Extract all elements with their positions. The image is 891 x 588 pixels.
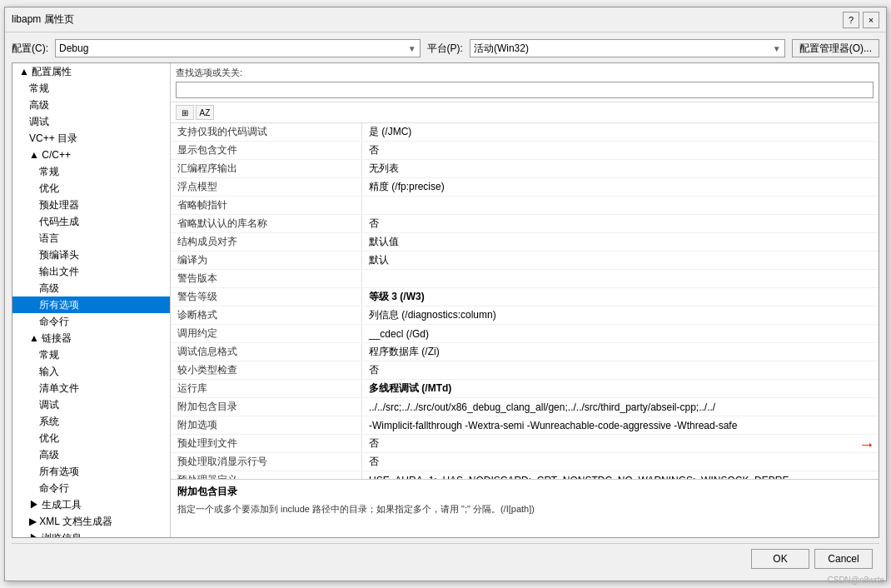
search-input[interactable] [176,82,874,98]
table-row[interactable]: 附加选项-Wimplicit-fallthrough -Wextra-semi … [171,416,879,435]
sidebar-item-lnk-debug[interactable]: 调试 [12,396,170,413]
table-row[interactable]: 警告版本 [171,270,879,288]
sidebar-item-config-props[interactable]: ▲ 配置属性 [12,63,170,80]
table-row[interactable]: 显示包含文件否 [171,142,879,160]
sidebar-item-lnk-general[interactable]: 常规 [12,346,170,363]
sidebar-item-linker[interactable]: ▲ 链接器 [12,330,170,346]
table-row[interactable]: 诊断格式列信息 (/diagnostics:column) [171,306,879,325]
platform-dropdown[interactable]: 活动(Win32) ▼ [470,39,785,57]
prop-value-7: 默认 [362,252,879,269]
sidebar-item-cpp-advanced[interactable]: 高级 [12,280,170,296]
prop-value-13: 否 [362,361,879,379]
title-buttons: ? × [843,12,879,28]
prop-value-18: 否 [362,453,879,471]
sidebar-item-general[interactable]: 常规 [12,80,170,97]
sidebar-item-cpp-all[interactable]: 所有选项 [12,296,170,313]
sidebar-item-cpp-preproc[interactable]: 预处理器 [12,197,170,213]
prop-name-9: 警告等级 [171,288,362,306]
table-row[interactable]: 预处理取消显示行号否 [171,453,879,471]
table-row[interactable]: 支持仅我的代码调试是 (/JMC) [171,123,879,142]
prop-name-14: 运行库 [171,380,362,397]
title-bar: libapm 属性页 ? × [5,7,886,32]
table-row[interactable]: 较小类型检查否 [171,361,879,380]
sidebar-item-lnk-advanced[interactable]: 高级 [12,446,170,463]
sidebar-item-lnk-input[interactable]: 输入 [12,363,170,380]
prop-value-4 [362,204,879,207]
prop-value-0: 是 (/JMC) [362,123,879,141]
prop-name-15: 附加包含目录 [171,398,362,416]
search-bar: 查找选项或关关: [171,63,879,102]
prop-name-2: 汇编程序输出 [171,160,362,177]
sidebar-item-browse[interactable]: ▶ 浏览信息 [12,530,170,537]
platform-arrow-icon: ▼ [773,44,781,53]
table-row[interactable]: 调用约定__cdecl (/Gd) [171,325,879,343]
table-row[interactable]: 运行库多线程调试 (/MTd) [171,380,879,398]
info-desc: 指定一个或多个要添加到 include 路径中的目录；如果指定多个，请用 ";"… [177,502,872,516]
table-row[interactable]: 汇编程序输出无列表 [171,160,879,178]
watermark: CSDN@n8wrte [827,576,884,585]
sidebar-item-lnk-cmd[interactable]: 命令行 [12,480,170,496]
sidebar-item-debug[interactable]: 调试 [12,113,170,130]
sidebar-item-xml-gen[interactable]: ▶ XML 文档生成器 [12,513,170,530]
sidebar-items: ▲ 配置属性常规高级调试VC++ 目录▲ C/C++常规优化预处理器代码生成语言… [12,63,170,537]
az-icon[interactable]: AZ [196,105,214,120]
sidebar-item-vcpp[interactable]: VC++ 目录 [12,130,170,147]
table-row[interactable]: 浮点模型精度 (/fp:precise) [171,178,879,197]
table-row[interactable]: 预处理到文件否→ [171,435,879,453]
prop-value-17: 否 [362,435,879,452]
table-row[interactable]: 调试信息格式程序数据库 (/Zi) [171,343,879,361]
cancel-button[interactable]: Cancel [814,549,873,569]
table-row[interactable]: 警告等级等级 3 (/W3) [171,288,879,306]
sidebar-item-cpp-lang[interactable]: 语言 [12,230,170,247]
prop-name-19: 预处理器定义 [171,471,362,479]
main-window: libapm 属性页 ? × 配置(C): Debug ▼ 平台(P): 活动(… [4,7,887,581]
sidebar-item-lnk-system[interactable]: 系统 [12,413,170,430]
table-row[interactable]: 预处理器定义USE_AURA=1;_HAS_NODISCARD;_CRT_NON… [171,471,879,479]
prop-value-9: 等级 3 (/W3) [362,288,879,306]
table-row[interactable]: 省略默认认的库名称否 [171,215,879,233]
toolbar-icons: ⊞ AZ [171,102,879,123]
prop-name-3: 浮点模型 [171,178,362,196]
properties-table: 支持仅我的代码调试是 (/JMC)显示包含文件否汇编程序输出无列表浮点模型精度 … [171,123,879,479]
sidebar-item-cpp-cmd[interactable]: 命令行 [12,313,170,330]
prop-value-14: 多线程调试 (/MTd) [362,380,879,397]
sidebar-item-cpp-pch[interactable]: 预编译头 [12,247,170,263]
config-label: 配置(C): [12,42,48,56]
prop-name-8: 警告版本 [171,270,362,287]
prop-name-13: 较小类型检查 [171,361,362,379]
prop-value-2: 无列表 [362,160,879,177]
sidebar-item-lnk-all[interactable]: 所有选项 [12,463,170,480]
table-row[interactable]: 省略帧指针 [171,197,879,215]
info-panel: 附加包含目录 指定一个或多个要添加到 include 路径中的目录；如果指定多个… [171,479,879,537]
prop-name-10: 诊断格式 [171,306,362,324]
sort-icon[interactable]: ⊞ [176,105,194,120]
sidebar-item-advanced[interactable]: 高级 [12,97,170,113]
sidebar-item-cpp-optimize[interactable]: 优化 [12,180,170,197]
config-manager-button[interactable]: 配置管理器(O)... [792,39,879,57]
sidebar-item-lnk-optimize[interactable]: 优化 [12,430,170,446]
prop-value-15: ../../src;../../src/out/x86_debug_clang_… [362,400,879,415]
table-row[interactable]: 结构成员对齐默认值 [171,233,879,252]
platform-label: 平台(P): [427,42,463,56]
table-row[interactable]: 附加包含目录../../src;../../src/out/x86_debug_… [171,398,879,416]
sidebar-item-cpp-output[interactable]: 输出文件 [12,263,170,280]
sidebar-item-build-events[interactable]: ▶ 生成工具 [12,496,170,513]
table-row[interactable]: 编译为默认 [171,252,879,270]
sidebar-item-cpp-codegen[interactable]: 代码生成 [12,213,170,230]
sidebar-item-lnk-manifest[interactable]: 清单文件 [12,380,170,396]
red-arrow-icon: → [859,435,875,452]
ok-button[interactable]: OK [751,549,809,569]
prop-value-8 [362,277,879,281]
prop-value-1: 否 [362,142,879,159]
close-button[interactable]: × [863,12,879,28]
sidebar-item-cpp[interactable]: ▲ C/C++ [12,147,170,163]
prop-name-5: 省略默认认的库名称 [171,215,362,232]
prop-rows: 支持仅我的代码调试是 (/JMC)显示包含文件否汇编程序输出无列表浮点模型精度 … [171,123,879,479]
prop-name-1: 显示包含文件 [171,142,362,159]
help-button[interactable]: ? [843,12,859,28]
platform-value: 活动(Win32) [474,42,529,56]
sidebar-item-cpp-general[interactable]: 常规 [12,163,170,180]
prop-name-0: 支持仅我的代码调试 [171,123,362,141]
config-dropdown[interactable]: Debug ▼ [55,39,421,57]
top-bar: 配置(C): Debug ▼ 平台(P): 活动(Win32) ▼ 配置管理器(… [12,39,879,57]
